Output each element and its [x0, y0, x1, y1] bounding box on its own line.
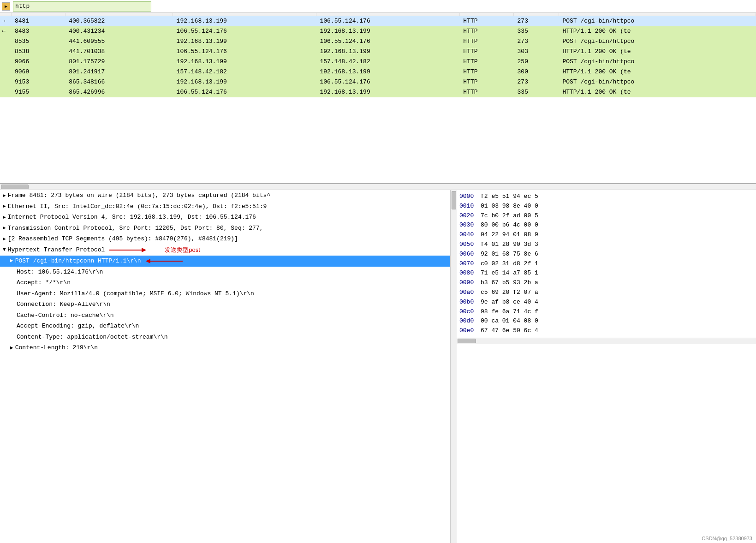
detail-text: Internet Protocol Version 4, Src: 192.16… [8, 213, 256, 222]
cell-source: 157.148.42.182 [173, 67, 316, 77]
cell-protocol: HTTP [459, 77, 513, 87]
cell-length: 335 [514, 26, 559, 36]
row-arrow: ← [0, 26, 11, 36]
expand-right-icon[interactable]: ▶ [3, 224, 6, 232]
table-row[interactable]: 9153865.348166192.168.13.199106.55.124.1… [0, 77, 756, 87]
cell-protocol: HTTP [459, 47, 513, 57]
hex-offset: 0090 [459, 278, 477, 288]
cell-no: 9153 [11, 77, 65, 87]
hex-hscroll-thumb[interactable] [458, 339, 476, 343]
hex-offset: 00b0 [459, 298, 477, 307]
row-arrow [0, 87, 11, 97]
detail-row[interactable]: ▶ Transmission Control Protocol, Src Por… [0, 223, 450, 234]
expand-right-icon[interactable]: ▶ [3, 214, 6, 221]
hex-row: 00a0c5 69 20 f2 07 a [459, 288, 753, 298]
annotation-arrow-icon [109, 245, 146, 255]
hex-bytes: f2 e5 51 94 ec 5 [481, 192, 554, 202]
hex-row: 00d000 ca 01 04 08 0 [459, 316, 753, 326]
filter-bar: ▶ [0, 0, 756, 13]
detail-row[interactable]: Accept-Encoding: gzip, deflate\r\n [0, 321, 450, 332]
hex-row: 003080 00 b6 4c 00 0 [459, 221, 753, 230]
cell-length: 250 [514, 57, 559, 67]
table-row[interactable]: 9069801.241917157.148.42.182192.168.13.1… [0, 67, 756, 77]
detail-row[interactable]: Cache-Control: no-cache\r\n [0, 310, 450, 321]
cell-info: POST /cgi-bin/httpco [559, 57, 756, 67]
expand-right-icon[interactable]: ▶ [10, 257, 13, 265]
cell-no: 9155 [11, 87, 65, 97]
detail-row[interactable]: ▶ Content-Length: 219\r\n [0, 342, 450, 353]
detail-text: Accept-Encoding: gzip, deflate\r\n [17, 322, 139, 331]
detail-text: [2 Reassembled TCP Segments (495 bytes):… [8, 234, 238, 244]
hscroll-bar[interactable] [0, 184, 756, 190]
table-row[interactable]: 9155865.426996106.55.124.176192.168.13.1… [0, 87, 756, 97]
hex-offset: 00a0 [459, 288, 477, 298]
cell-info: HTTP/1.1 200 OK (te [559, 47, 756, 57]
cell-info: HTTP/1.1 200 OK (te [559, 87, 756, 97]
detail-row[interactable]: Connection: Keep-Alive\r\n [0, 299, 450, 310]
watermark: CSDN@qq_52380973 [702, 536, 752, 541]
hex-bytes: c0 02 31 d8 2f 1 [481, 259, 554, 269]
cell-protocol: HTTP [459, 36, 513, 47]
row-arrow [0, 36, 11, 47]
cell-length: 273 [514, 77, 559, 87]
hex-offset: 0070 [459, 259, 477, 269]
filter-input[interactable] [13, 1, 151, 12]
cell-source: 106.55.124.176 [173, 26, 316, 36]
table-row[interactable]: →8481400.365822192.168.13.199106.55.124.… [0, 16, 756, 26]
svg-marker-3 [146, 259, 150, 263]
expand-down-icon[interactable]: ▼ [3, 246, 6, 254]
detail-row[interactable]: ▶ POST /cgi-bin/httpconn HTTP/1.1\r\n [0, 256, 450, 267]
table-row[interactable]: 9066801.175729192.168.13.199157.148.42.1… [0, 57, 756, 67]
hex-bytes: f4 01 28 90 3d 3 [481, 240, 554, 250]
expand-right-icon[interactable]: ▶ [3, 203, 6, 210]
detail-row[interactable]: ▶ Internet Protocol Version 4, Src: 192.… [0, 212, 450, 223]
hex-row: 001001 03 98 8e 40 0 [459, 202, 753, 211]
packet-list: →8481400.365822192.168.13.199106.55.124.… [0, 13, 756, 97]
hex-bytes: 71 e5 14 a7 85 1 [481, 269, 554, 278]
expand-right-icon[interactable]: ▶ [3, 192, 6, 200]
hex-bytes: 00 ca 01 04 08 0 [481, 316, 554, 326]
detail-text: Accept: */*\r\n [17, 278, 71, 287]
detail-row[interactable]: ▼ Hypertext Transfer Protocol发送类型post [0, 245, 450, 256]
cell-time: 441.609555 [65, 36, 173, 47]
cell-source: 192.168.13.199 [173, 57, 316, 67]
detail-row[interactable]: ▶ Frame 8481: 273 bytes on wire (2184 bi… [0, 190, 450, 201]
detail-row[interactable]: ▶ [2 Reassembled TCP Segments (495 bytes… [0, 233, 450, 245]
detail-row[interactable]: Accept: */*\r\n [0, 277, 450, 288]
detail-row[interactable]: User-Agent: Mozilla/4.0 (compatible; MSI… [0, 288, 450, 299]
table-row[interactable]: 8538441.701038106.55.124.176192.168.13.1… [0, 47, 756, 57]
hex-bytes: 04 22 94 01 08 9 [481, 230, 554, 240]
hex-bytes: 98 fe 6a 71 4c f [481, 307, 554, 317]
cell-info: HTTP/1.1 200 OK (te [559, 26, 756, 36]
hex-bytes: 9e af b8 ce 40 4 [481, 298, 554, 307]
cell-protocol: HTTP [459, 57, 513, 67]
detail-vscroll[interactable] [450, 190, 457, 543]
detail-vscroll-thumb[interactable] [452, 191, 456, 209]
cell-length: 300 [514, 67, 559, 77]
annotation-text: 发送类型post [165, 245, 200, 255]
cell-source: 106.55.124.176 [173, 87, 316, 97]
expand-right-icon[interactable]: ▶ [3, 235, 6, 243]
detail-row[interactable]: Content-Type: application/octet-stream\r… [0, 332, 450, 343]
table-row[interactable]: 8535441.609555192.168.13.199106.55.124.1… [0, 36, 756, 47]
detail-row[interactable]: Host: 106.55.124.176\r\n [0, 267, 450, 278]
detail-text: POST /cgi-bin/httpconn HTTP/1.1\r\n [15, 257, 141, 266]
table-row[interactable]: ←8483400.431234106.55.124.176192.168.13.… [0, 26, 756, 36]
cell-destination: 192.168.13.199 [316, 67, 459, 77]
hscroll-thumb[interactable] [1, 185, 29, 189]
row-arrow [0, 67, 11, 77]
cell-no: 8535 [11, 36, 65, 47]
packet-detail: ▶ Frame 8481: 273 bytes on wire (2184 bi… [0, 190, 450, 543]
hex-bytes: c5 69 20 f2 07 a [481, 288, 554, 298]
detail-row[interactable]: ▶ Ethernet II, Src: IntelCor_dc:02:4e (0… [0, 201, 450, 212]
cell-time: 865.426996 [65, 87, 173, 97]
hex-hscroll[interactable] [457, 338, 756, 344]
cell-source: 192.168.13.199 [173, 36, 316, 47]
expand-right-icon[interactable]: ▶ [10, 344, 13, 352]
detail-text: Cache-Control: no-cache\r\n [17, 311, 114, 320]
detail-text: Host: 106.55.124.176\r\n [17, 268, 103, 277]
cell-length: 273 [514, 36, 559, 47]
hex-row: 004004 22 94 01 08 9 [459, 230, 753, 240]
cell-destination: 106.55.124.176 [316, 77, 459, 87]
row-arrow [0, 77, 11, 87]
